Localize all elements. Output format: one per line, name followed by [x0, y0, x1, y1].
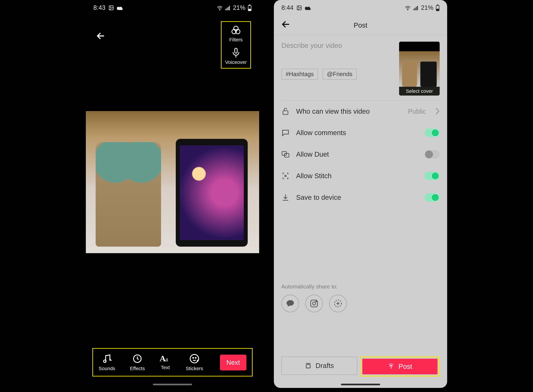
stitch-toggle[interactable]: [425, 172, 440, 180]
svg-point-37: [316, 301, 317, 302]
cloud-icon: [305, 5, 311, 10]
battery-icon: [436, 5, 440, 11]
svg-rect-39: [306, 364, 310, 368]
voiceover-button[interactable]: Voiceover: [225, 47, 247, 65]
stitch-icon: [281, 172, 290, 180]
select-cover-label: Select cover: [399, 87, 440, 96]
svg-rect-30: [437, 9, 439, 10]
effects-label: Effects: [130, 366, 145, 371]
share-instagram-button[interactable]: [305, 295, 323, 312]
svg-rect-8: [249, 5, 250, 5]
duet-icon: [281, 151, 290, 158]
svg-point-36: [313, 302, 316, 305]
post-button-highlight: Post: [360, 357, 440, 377]
download-icon: [281, 194, 290, 201]
editor-screen: 8:43 21% Fi: [86, 0, 259, 388]
status-bar: 8:43 21%: [86, 0, 259, 15]
svg-rect-4: [227, 8, 227, 10]
post-header: Post: [274, 17, 447, 33]
post-screen: 8:44 21% Post D: [274, 0, 447, 388]
stitch-label: Allow Stitch: [296, 172, 418, 180]
svg-rect-34: [285, 175, 286, 177]
wifi-icon: [405, 5, 411, 10]
comments-label: Allow comments: [296, 129, 418, 137]
signal-icon: [225, 5, 231, 10]
svg-rect-3: [225, 9, 226, 10]
effects-button[interactable]: Effects: [130, 354, 145, 371]
voiceover-label: Voiceover: [225, 60, 247, 65]
stickers-label: Stickers: [186, 366, 203, 371]
friends-chip[interactable]: @Friends: [323, 69, 357, 79]
sounds-button[interactable]: Sounds: [99, 354, 115, 371]
video-preview: [86, 111, 259, 253]
text-button[interactable]: Aa Text: [160, 354, 171, 371]
image-icon: [108, 5, 114, 11]
text-label: Text: [161, 365, 170, 370]
drafts-label: Drafts: [316, 362, 334, 370]
share-message-button[interactable]: [281, 295, 299, 312]
back-button[interactable]: [94, 29, 107, 42]
home-indicator[interactable]: [341, 384, 380, 385]
duet-setting: Allow Duet: [274, 144, 447, 165]
page-title: Post: [354, 21, 367, 29]
sounds-label: Sounds: [99, 366, 115, 371]
privacy-label: Who can view this video: [296, 107, 402, 115]
back-button[interactable]: [281, 19, 291, 30]
duet-toggle[interactable]: [425, 150, 440, 159]
side-tools-highlight: Filters Voiceover: [221, 21, 251, 69]
svg-text:A: A: [160, 354, 166, 363]
svg-rect-9: [249, 9, 251, 10]
privacy-setting[interactable]: Who can view this video Public: [274, 101, 447, 122]
svg-rect-31: [283, 111, 288, 115]
select-cover-button[interactable]: Select cover: [399, 42, 440, 96]
bottom-toolbar-highlight: Sounds Effects Aa Text Stickers Next: [92, 348, 252, 377]
hashtags-chip[interactable]: #Hashtags: [281, 69, 318, 79]
status-battery-pct: 21%: [233, 4, 245, 11]
svg-point-23: [407, 10, 408, 10]
comment-icon: [281, 129, 290, 136]
svg-rect-6: [229, 6, 230, 10]
filters-label: Filters: [229, 37, 243, 42]
svg-point-20: [195, 357, 196, 358]
stitch-setting: Allow Stitch: [274, 165, 447, 187]
svg-rect-27: [417, 6, 418, 10]
unlock-icon: [281, 107, 290, 116]
preview-tablet: [176, 139, 248, 247]
svg-rect-5: [228, 7, 229, 10]
status-time: 8:44: [281, 4, 294, 11]
svg-point-14: [104, 360, 106, 363]
description-input[interactable]: Describe your video #Hashtags @Friends: [281, 42, 394, 96]
drafts-button[interactable]: Drafts: [281, 357, 357, 375]
post-label: Post: [398, 363, 412, 370]
post-button[interactable]: Post: [362, 359, 438, 374]
filters-button[interactable]: Filters: [229, 25, 243, 42]
svg-rect-13: [235, 48, 237, 53]
preview-subject: [96, 142, 161, 247]
status-battery-pct: 21%: [421, 4, 433, 11]
battery-icon: [248, 5, 252, 11]
svg-point-1: [110, 7, 111, 7]
home-indicator[interactable]: [153, 384, 192, 385]
save-setting: Save to device: [274, 187, 447, 208]
comments-setting: Allow comments: [274, 122, 447, 144]
duet-label: Allow Duet: [296, 150, 418, 158]
svg-rect-25: [415, 8, 415, 10]
svg-rect-24: [414, 9, 414, 10]
wifi-icon: [217, 5, 223, 10]
svg-point-18: [190, 355, 199, 363]
image-icon: [296, 5, 302, 11]
stickers-button[interactable]: Stickers: [186, 354, 203, 371]
comments-toggle[interactable]: [425, 129, 440, 137]
status-time: 8:43: [93, 4, 105, 11]
svg-point-2: [219, 10, 220, 10]
share-more-button[interactable]: [329, 295, 347, 312]
svg-text:a: a: [165, 356, 168, 363]
svg-rect-29: [437, 5, 438, 5]
chevron-right-icon: [435, 107, 440, 115]
next-button[interactable]: Next: [220, 355, 246, 370]
cloud-icon: [117, 5, 124, 10]
share-label: Automatically share to:: [274, 283, 447, 290]
save-toggle[interactable]: [425, 193, 440, 202]
svg-point-22: [298, 7, 299, 7]
svg-rect-26: [416, 7, 417, 10]
